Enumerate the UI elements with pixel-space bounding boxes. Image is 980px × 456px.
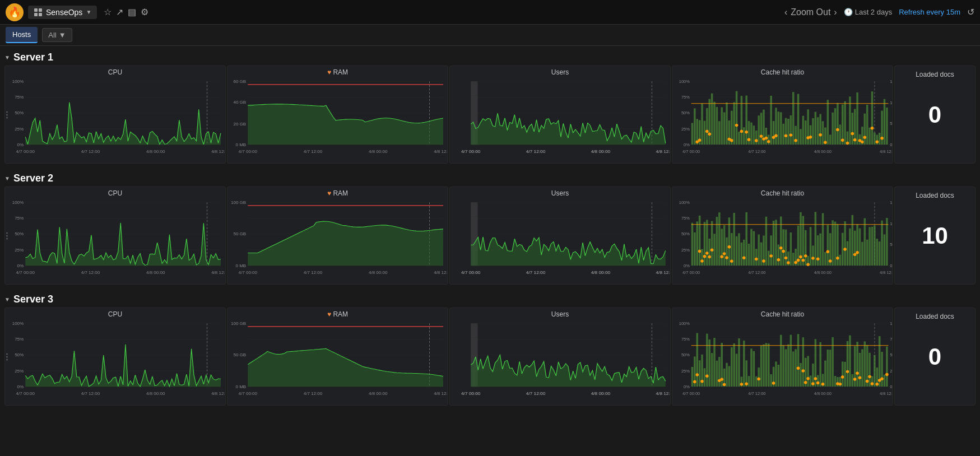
svg-rect-460 [736,353,738,387]
svg-rect-3 [39,13,42,16]
svg-rect-2 [34,13,38,16]
ram-panel-s3: ♥ RAM4/7 00:004/7 12:004/8 00:004/8 12:0… [227,308,448,406]
svg-text:50%: 50% [15,353,24,357]
svg-rect-492 [802,337,805,387]
app-logo[interactable]: 🔥 [6,3,24,21]
svg-rect-126 [785,118,787,145]
zoom-out-label[interactable]: Zoom Out [791,7,830,17]
svg-rect-152 [832,113,834,145]
star-icon[interactable]: ☆ [104,7,112,17]
server-header-3[interactable]: ▼Server 3 [2,290,978,308]
svg-rect-83 [711,94,713,145]
svg-rect-470 [755,376,758,387]
svg-rect-475 [765,343,768,387]
panels-row-1: CPU4/7 00:004/7 12:004/8 00:004/8 12:001… [2,66,978,167]
svg-point-117 [767,140,770,143]
svg-rect-138 [807,109,809,145]
svg-rect-175 [868,128,871,145]
svg-rect-85 [716,107,718,145]
svg-rect-345 [842,233,844,266]
grid-icon [34,8,43,17]
svg-rect-483 [782,345,784,387]
svg-rect-77 [701,104,703,145]
loaded-docs-panel-s3: Loaded docs 0 [894,308,976,406]
svg-point-76 [698,139,702,142]
server-header-2[interactable]: ▼Server 2 [2,169,978,187]
svg-text:0%: 0% [17,384,24,389]
svg-point-161 [846,142,849,145]
svg-rect-264 [708,239,710,266]
svg-rect-128 [787,119,789,145]
svg-rect-487 [792,351,795,387]
loaded-docs-panel-s1: Loaded docs 0 [894,66,976,164]
svg-text:5 K: 5 K [890,121,893,126]
svg-text:75%: 75% [15,95,24,100]
svg-text:4/7 00:00: 4/7 00:00 [238,150,257,154]
hosts-tab[interactable]: Hosts [6,27,38,43]
svg-rect-172 [864,114,866,145]
svg-rect-97 [738,132,740,145]
svg-rect-335 [824,252,826,266]
svg-text:60 GB: 60 GB [233,79,246,83]
all-dropdown[interactable]: All ▼ [42,28,72,42]
svg-rect-340 [832,220,834,266]
svg-text:4/7 12:00: 4/7 12:00 [304,271,323,275]
drag-handle[interactable] [5,231,9,240]
svg-point-130 [789,133,793,136]
svg-point-507 [821,383,825,385]
svg-rect-81 [708,99,710,145]
cpu-panel-s2: CPU4/7 00:004/7 12:004/8 00:004/8 12:001… [4,187,226,285]
svg-rect-151 [829,134,832,145]
svg-text:0%: 0% [684,142,690,147]
svg-rect-253 [691,223,694,266]
drag-handle[interactable] [5,352,9,361]
svg-rect-359 [868,227,871,266]
servers-container: ▼Server 1CPU4/7 00:004/7 12:004/8 00:004… [0,46,980,409]
users-title: Users [450,187,670,198]
svg-rect-328 [812,245,814,266]
svg-rect-333 [819,234,821,266]
save-icon[interactable]: ▤ [128,7,136,17]
svg-rect-456 [726,363,728,387]
svg-rect-298 [768,251,770,266]
svg-rect-303 [778,245,780,266]
svg-point-263 [705,252,709,254]
svg-rect-358 [866,240,868,266]
svg-rect-323 [805,230,807,266]
svg-point-439 [695,373,699,376]
svg-text:100%: 100% [679,321,690,326]
cache-chart-s1: 4/7 00:004/7 12:004/8 00:004/8 12:00100%… [672,77,893,156]
server-header-1[interactable]: ▼Server 1 [2,48,978,66]
loaded-docs-label-s1: Loaded docs [895,66,975,81]
share-icon[interactable]: ↗ [116,7,123,17]
svg-rect-134 [797,94,800,145]
svg-point-316 [794,261,797,264]
svg-point-127 [784,134,788,137]
cpu-chart-s2: 4/7 00:004/7 12:004/8 00:004/8 12:00100%… [5,198,225,277]
svg-text:4/7 12:00: 4/7 12:00 [526,271,545,275]
zoom-next-icon[interactable]: › [834,7,837,17]
svg-rect-142 [812,118,814,145]
refresh-button[interactable]: Refresh every 15m [899,8,960,16]
svg-text:75%: 75% [681,337,690,342]
zoom-prev-icon[interactable]: ‹ [784,7,787,17]
drag-handle[interactable] [5,110,9,119]
svg-text:4/7 00:00: 4/7 00:00 [682,150,700,155]
svg-text:4/8 12:00: 4/8 12:00 [880,150,893,155]
refresh-icon[interactable]: ↺ [967,7,974,17]
loaded-docs-label-s3: Loaded docs [895,308,975,323]
svg-text:1.0 Mil: 1.0 Mil [890,321,893,326]
cpu-chart-s3: 4/7 00:004/7 12:004/8 00:004/8 12:00100%… [5,319,225,398]
ram-panel-s2: ♥ RAM4/7 00:004/7 12:004/8 00:004/8 12:0… [227,187,448,285]
svg-point-535 [868,375,871,378]
svg-rect-79 [706,108,708,145]
svg-rect-178 [874,133,876,145]
svg-rect-313 [790,232,792,266]
settings-icon[interactable]: ⚙ [141,7,148,17]
svg-rect-355 [859,228,861,266]
svg-rect-517 [842,361,844,387]
svg-text:4/7 00:00: 4/7 00:00 [461,271,480,275]
svg-rect-131 [792,92,795,145]
app-selector[interactable]: SenseOps ▼ [28,6,97,19]
svg-rect-256 [699,216,701,266]
